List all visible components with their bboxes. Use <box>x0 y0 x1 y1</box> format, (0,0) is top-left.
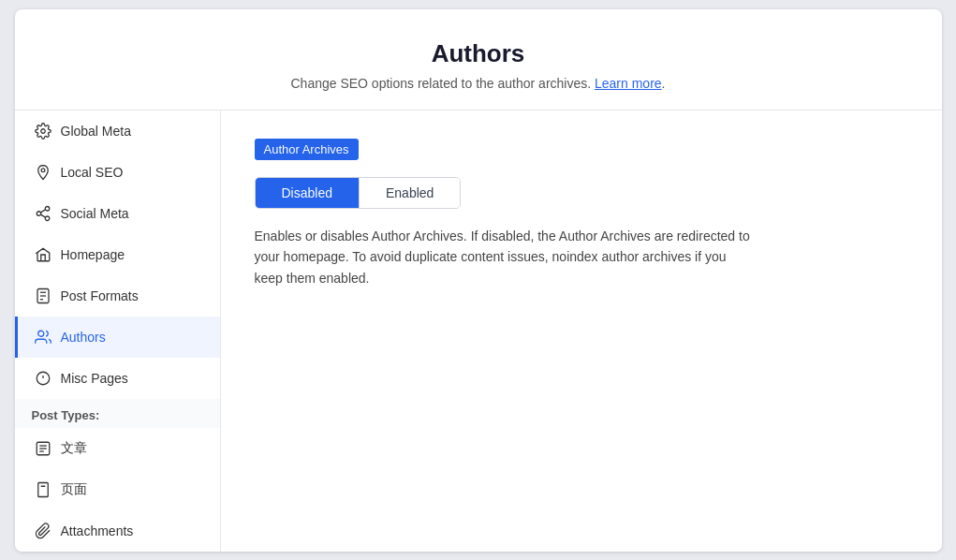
section-label: Author Archives <box>255 139 359 160</box>
users-icon <box>35 329 51 346</box>
svg-point-2 <box>45 207 50 212</box>
page-icon <box>35 481 51 498</box>
description-text: Enables or disables Author Archives. If … <box>255 226 751 288</box>
svg-line-5 <box>40 214 45 217</box>
sidebar-item-page[interactable]: 页面 <box>15 469 220 510</box>
sidebar-label-page: 页面 <box>61 481 87 498</box>
body-layout: Global Meta Local SEO Social Meta <box>15 111 942 552</box>
social-icon <box>35 205 51 222</box>
toggle-group: Disabled Enabled <box>255 177 462 209</box>
attach-icon <box>35 523 51 539</box>
sidebar-label-homepage: Homepage <box>61 247 125 262</box>
article-icon <box>35 440 51 457</box>
page-header: Authors Change SEO options related to th… <box>15 9 942 111</box>
sidebar-label-article: 文章 <box>61 440 87 457</box>
sidebar-item-attachments[interactable]: Attachments <box>15 510 220 552</box>
home-icon <box>35 246 51 263</box>
sidebar-label-local-seo: Local SEO <box>61 165 124 180</box>
post-types-section-label: Post Types: <box>15 399 220 428</box>
circle-icon <box>35 370 51 387</box>
svg-point-11 <box>37 331 43 336</box>
content-area: Author Archives Disabled Enabled Enables… <box>221 111 942 552</box>
sidebar-item-global-meta[interactable]: Global Meta <box>15 111 220 152</box>
sidebar-item-local-seo[interactable]: Local SEO <box>15 152 220 193</box>
svg-point-3 <box>37 212 41 216</box>
sidebar: Global Meta Local SEO Social Meta <box>15 111 221 552</box>
sidebar-item-homepage[interactable]: Homepage <box>15 234 220 275</box>
sidebar-label-misc-pages: Misc Pages <box>61 371 128 386</box>
svg-point-0 <box>40 129 45 134</box>
sidebar-item-article[interactable]: 文章 <box>15 428 220 469</box>
disabled-button[interactable]: Disabled <box>256 178 360 208</box>
doc-icon <box>35 287 51 304</box>
svg-rect-19 <box>37 483 48 497</box>
sidebar-item-misc-pages[interactable]: Misc Pages <box>15 358 220 399</box>
sidebar-label-global-meta: Global Meta <box>61 124 131 139</box>
sidebar-item-social-meta[interactable]: Social Meta <box>15 193 220 234</box>
svg-point-1 <box>41 169 45 172</box>
header-description: Change SEO options related to the author… <box>34 76 923 91</box>
sidebar-item-authors[interactable]: Authors <box>15 317 220 358</box>
sidebar-item-post-formats[interactable]: Post Formats <box>15 275 220 317</box>
pin-icon <box>35 164 51 181</box>
svg-line-6 <box>40 210 45 213</box>
main-container: Authors Change SEO options related to th… <box>15 9 942 552</box>
learn-more-link[interactable]: Learn more <box>595 76 662 91</box>
sidebar-label-authors: Authors <box>61 330 106 345</box>
page-title: Authors <box>34 39 923 68</box>
svg-point-4 <box>45 216 50 221</box>
sidebar-label-post-formats: Post Formats <box>61 288 139 303</box>
sidebar-label-attachments: Attachments <box>61 523 134 538</box>
sidebar-label-social-meta: Social Meta <box>61 206 129 221</box>
gear-icon <box>35 123 51 140</box>
enabled-button[interactable]: Enabled <box>360 178 460 208</box>
